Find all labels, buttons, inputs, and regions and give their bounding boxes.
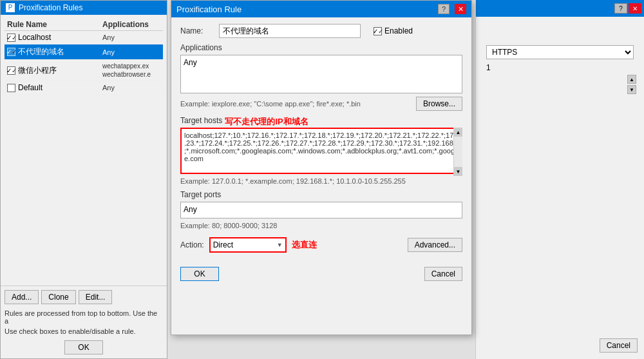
target-hosts-label: Target hosts [180, 116, 222, 125]
applications-section: Applications Any Example: iexplore.exe; … [180, 43, 462, 111]
right-panel-content: HTTPS 1 ▲ ▼ [476, 36, 644, 102]
target-ports-label: Target ports [180, 190, 462, 199]
col-rule-name: Rule Name [7, 20, 102, 29]
proxification-rules-window: P Proxification Rules Rule Name Applicat… [0, 0, 167, 359]
dialog-body: Name: ✓ Enabled Applications Any Example… [171, 17, 471, 259]
proxification-rule-dialog: Proxification Rule ? ✕ Name: ✓ Enabled A… [171, 0, 472, 335]
hosts-scrollbar: ▲ ▼ [453, 128, 462, 176]
row-checkbox[interactable]: ✓ [7, 66, 15, 75]
target-ports-textarea[interactable]: Any [180, 202, 462, 218]
right-panel-scrollbar-area: ▲ ▼ [484, 75, 636, 94]
dialog-cancel-button[interactable]: Cancel [424, 267, 462, 281]
port-label: 1 [486, 63, 491, 72]
app-icon: P [6, 3, 15, 12]
dialog-titlebar: Proxification Rule ? ✕ [171, 1, 471, 17]
col-applications: Applications [102, 20, 160, 29]
right-panel-port-row: 1 [486, 63, 634, 72]
enabled-row: ✓ Enabled [374, 26, 413, 35]
name-field-row: Name: ✓ Enabled [180, 24, 462, 38]
target-hosts-textarea[interactable]: localhost;127.*;10.*;172.16.*;172.17.*;1… [180, 128, 462, 174]
action-label: Action: [180, 240, 204, 249]
row-label: Default [18, 83, 43, 92]
action-select-wrapper: Direct Proxy SOCKS4 Proxy SOCKS5 Proxy H… [209, 237, 287, 253]
note-line2: Use check boxes to enable/disable a rule… [5, 327, 163, 335]
dialog-title: Proxification Rule [176, 5, 242, 14]
row-checkbox[interactable]: ✓ [7, 48, 15, 56]
hosts-scroll-up[interactable]: ▲ [454, 128, 462, 137]
right-panel-dropdown-row: HTTPS [486, 45, 634, 59]
name-label: Name: [180, 26, 213, 35]
right-panel-help-button[interactable]: ? [614, 3, 627, 14]
row-apps: Any [102, 48, 160, 56]
right-panel-titlebar: ? ✕ [476, 0, 644, 17]
browse-button[interactable]: Browse... [416, 97, 462, 111]
dialog-help-button[interactable]: ? [438, 4, 450, 14]
rules-table: Rule Name Applications ✓ Localhost Any ✓… [1, 15, 167, 99]
apps-example-text: Example: iexplore.exe; "C:\some app.exe"… [180, 100, 416, 108]
action-annotation: 选直连 [292, 239, 317, 251]
target-ports-example: Example: 80; 8000-9000; 3128 [180, 222, 462, 229]
table-row[interactable]: ✓ 微信小程序 wechatappex.exwechatbrowser.e [5, 60, 163, 81]
row-apps: wechatappex.exwechatbrowser.e [102, 62, 160, 79]
row-checkbox[interactable] [7, 84, 15, 92]
row-apps: Any [102, 84, 160, 92]
dialog-footer: OK Cancel [171, 262, 471, 286]
table-row[interactable]: ✓ 不代理的域名 Any [5, 44, 163, 60]
row-label: 不代理的域名 [18, 46, 64, 57]
right-panel-cancel-button[interactable]: Cancel [600, 338, 638, 353]
hosts-scroll-down[interactable]: ▼ [454, 167, 462, 176]
dialog-ok-button[interactable]: OK [180, 267, 219, 281]
right-panel-cancel-row: Cancel [600, 338, 638, 353]
row-apps: Any [102, 34, 160, 41]
browse-row: Example: iexplore.exe; "C:\some app.exe"… [180, 97, 462, 111]
right-background-panel: ? ✕ HTTPS 1 ▲ ▼ Cancel [475, 0, 644, 359]
action-select[interactable]: Direct Proxy SOCKS4 Proxy SOCKS5 Proxy H… [209, 237, 287, 253]
target-hosts-wrapper: localhost;127.*;10.*;172.16.*;172.17.*;1… [180, 128, 462, 176]
applications-textarea[interactable]: Any [180, 55, 462, 93]
target-hosts-example: Example: 127.0.0.1; *.example.com; 192.1… [180, 177, 462, 185]
enabled-checkbox[interactable]: ✓ [374, 27, 382, 35]
rules-bottom: Add... Clone Edit... Rules are processed… [1, 286, 167, 358]
proxification-rules-titlebar: P Proxification Rules [1, 1, 167, 15]
clone-button[interactable]: Clone [41, 290, 75, 304]
scroll-up-button[interactable]: ▲ [627, 75, 636, 84]
note-line1: Rules are processed from top to bottom. … [5, 309, 163, 325]
table-header: Rule Name Applications [5, 19, 163, 31]
row-label: 微信小程序 [18, 65, 57, 76]
action-buttons: Add... Clone Edit... [5, 290, 163, 304]
applications-label: Applications [180, 43, 462, 52]
name-input[interactable] [219, 24, 361, 38]
dialog-title-controls: ? ✕ [438, 4, 466, 14]
add-button[interactable]: Add... [5, 290, 39, 304]
rules-ok-button[interactable]: OK [64, 340, 103, 354]
scroll-down-button[interactable]: ▼ [627, 85, 636, 94]
target-ports-section: Target ports Any Example: 80; 8000-9000;… [180, 190, 462, 229]
right-panel-close-button[interactable]: ✕ [629, 3, 641, 14]
advanced-button[interactable]: Advanced... [408, 238, 462, 252]
target-hosts-annotation: 写不走代理的IP和域名 [225, 116, 308, 128]
right-panel-dropdown[interactable]: HTTPS [486, 45, 634, 59]
proxification-rules-title: Proxification Rules [19, 3, 82, 12]
row-label: Localhost [18, 33, 51, 42]
target-hosts-section: Target hosts 写不走代理的IP和域名 localhost;127.*… [180, 116, 462, 185]
enabled-label: Enabled [384, 26, 413, 35]
dialog-close-button[interactable]: ✕ [455, 4, 466, 14]
table-row[interactable]: ✓ Localhost Any [5, 31, 163, 44]
edit-button[interactable]: Edit... [79, 290, 113, 304]
table-row[interactable]: Default Any [5, 81, 163, 95]
hosts-scroll-track [454, 137, 462, 167]
action-row: Action: Direct Proxy SOCKS4 Proxy SOCKS5… [180, 237, 462, 253]
target-hosts-header: Target hosts 写不走代理的IP和域名 [180, 116, 462, 128]
row-checkbox[interactable]: ✓ [7, 34, 15, 42]
